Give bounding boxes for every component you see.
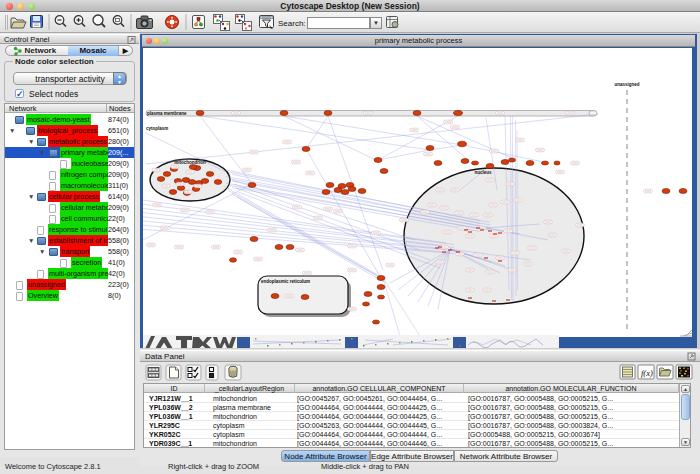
svg-text:cytoplasm: cytoplasm <box>146 126 168 131</box>
svg-text:endoplasmic reticulum: endoplasmic reticulum <box>261 279 310 284</box>
svg-text:unassigned: unassigned <box>614 82 639 87</box>
svg-text:mitochondrion: mitochondrion <box>174 160 206 165</box>
svg-text:nucleus: nucleus <box>474 170 492 175</box>
svg-text:f(x): f(x) <box>641 368 653 378</box>
svg-text:plasma membrane: plasma membrane <box>147 111 187 116</box>
